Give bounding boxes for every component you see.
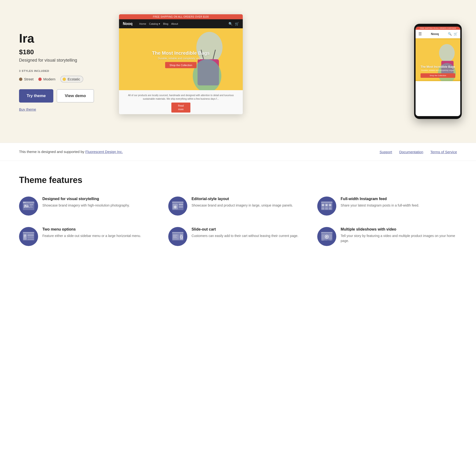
style-name-street: Street	[24, 77, 33, 81]
svg-point-63	[331, 240, 331, 241]
svg-rect-26	[321, 202, 332, 203]
support-description-text: This theme is designed and supported by	[19, 150, 86, 154]
hero-right: FREE SHIPPING ON ALL ORDERS OVER $100 No…	[119, 14, 457, 129]
support-text: This theme is designed and supported by …	[19, 150, 123, 154]
svg-rect-42	[27, 234, 34, 236]
svg-rect-33	[322, 207, 324, 210]
view-demo-button[interactable]: View demo	[57, 89, 94, 102]
feature-instagram: Full-width Instagram feed Share your lat…	[317, 197, 457, 216]
feature-icon-editorial	[168, 197, 187, 216]
svg-rect-43	[27, 237, 34, 238]
style-options: Street Modern Ecstatic	[19, 76, 109, 83]
style-modern[interactable]: Modern	[38, 77, 56, 81]
search-icon: 🔍	[228, 22, 233, 26]
documentation-link[interactable]: Documentation	[399, 150, 423, 154]
mobile-nav-icons: 🔍 🛒	[448, 32, 457, 36]
theme-price: $180	[19, 48, 109, 56]
preview-hero-sub: Durable, reliable and completely vegan.	[152, 57, 210, 60]
preview-read-more: Read more	[171, 102, 190, 113]
svg-rect-59	[322, 240, 324, 240]
svg-rect-17	[30, 206, 32, 206]
feature-title-cart: Slide-out cart	[192, 227, 298, 232]
feature-icon-cart	[168, 227, 187, 246]
support-bar: This theme is designed and supported by …	[0, 143, 476, 161]
svg-rect-46	[172, 232, 183, 234]
buy-theme-link[interactable]: Buy theme	[19, 107, 36, 111]
svg-rect-41	[24, 237, 26, 237]
style-dot-modern	[38, 78, 42, 81]
brand-link[interactable]: Fluorescent Design Inc.	[86, 150, 123, 154]
style-dot-ecstatic	[63, 78, 66, 81]
support-links: Support Documentation Terms of Service	[380, 150, 457, 154]
svg-rect-24	[179, 206, 183, 208]
preview-below-hero: All of our products are locally sourced,…	[119, 90, 243, 114]
mobile-inner: FREE SHIPPING ON ALL ORDERS OVER $100 ☰ …	[416, 27, 460, 116]
svg-rect-39	[24, 235, 26, 235]
preview-hero-btn: Shop the Collection	[165, 62, 196, 68]
svg-point-15	[25, 205, 26, 206]
svg-point-7	[439, 44, 455, 62]
mobile-hero-title: The Most Incredible Bags	[420, 65, 455, 69]
svg-rect-52	[173, 236, 176, 236]
feature-text-cart: Slide-out cart Customers can easily add …	[192, 227, 298, 238]
feature-icon-menu	[19, 227, 38, 246]
mobile-top-bar: FREE SHIPPING ON ALL ORDERS OVER $100	[416, 27, 460, 30]
slideshow-video-icon	[321, 232, 333, 241]
theme-tagline: Designed for visual storytelling	[19, 58, 109, 63]
feature-title-menu: Two menu options	[42, 227, 141, 232]
mobile-logo: Nooq	[431, 32, 439, 36]
mobile-hero: The Most Incredible Bags Durable, reliab…	[416, 38, 460, 81]
svg-point-13	[25, 202, 26, 203]
preview-hero-content: The Most Incredible Bags Durable, reliab…	[152, 50, 210, 68]
preview-nav-links: Home Catalog ▾ Blog About	[139, 22, 178, 26]
svg-rect-55	[321, 232, 332, 234]
feature-desc-slideshow: Tell your story by featuring a video and…	[341, 234, 457, 243]
feature-desc-cart: Customers can easily add to their cart w…	[192, 234, 298, 238]
feature-desc-menu: Feature either a slide-out sidebar menu …	[42, 234, 141, 238]
try-theme-button[interactable]: Try theme	[19, 89, 53, 102]
style-name-modern: Modern	[43, 77, 56, 81]
preview-nav-about: About	[171, 22, 178, 26]
feature-menu: Two menu options Feature either a slide-…	[19, 227, 159, 246]
mobile-hero-sub: Durable, reliable and completely vegan.	[420, 69, 455, 71]
browser-image-icon	[22, 201, 35, 211]
feature-desc-instagram: Share your latest Instagram posts in a f…	[341, 203, 419, 208]
desktop-preview: FREE SHIPPING ON ALL ORDERS OVER $100 No…	[119, 14, 243, 114]
feature-text-visual: Designed for visual storytelling Showcas…	[42, 197, 130, 208]
feature-icon-instagram	[317, 197, 336, 216]
mobile-hero-btn: Shop the Collection	[420, 73, 455, 78]
feature-text-slideshow: Multiple slideshows with video Tell your…	[341, 227, 457, 243]
svg-rect-51	[173, 235, 177, 235]
terms-link[interactable]: Terms of Service	[430, 150, 457, 154]
svg-rect-35	[329, 207, 331, 210]
style-ecstatic[interactable]: Ecstatic	[60, 76, 84, 83]
feature-visual-storytelling: Designed for visual storytelling Showcas…	[19, 197, 159, 216]
feature-title-editorial: Editorial-style layout	[192, 197, 293, 202]
hero-buttons: Try theme View demo	[19, 89, 109, 102]
styles-label: 3 STYLES INCLUDED	[19, 70, 109, 72]
preview-below-text: All of our products are locally sourced,…	[128, 94, 234, 100]
hero-section: Ira $180 Designed for visual storytellin…	[0, 0, 476, 143]
svg-rect-61	[326, 240, 327, 240]
features-section: Theme features Designed for v	[0, 161, 476, 265]
features-grid: Designed for visual storytelling Showcas…	[19, 197, 457, 246]
preview-top-bar: FREE SHIPPING ON ALL ORDERS OVER $100	[119, 14, 243, 19]
svg-rect-40	[24, 236, 26, 236]
preview-nav-icons: 🔍 🛒	[228, 22, 239, 26]
preview-logo: Nooq	[123, 22, 133, 26]
svg-rect-34	[325, 207, 328, 210]
style-street[interactable]: Street	[19, 77, 33, 81]
theme-title: Ira	[19, 31, 109, 45]
mobile-hero-text-wrap: The Most Incredible Bags Durable, reliab…	[420, 65, 455, 78]
svg-point-32	[329, 204, 331, 206]
feature-text-editorial: Editorial-style layout Showcase brand an…	[192, 197, 293, 208]
feature-slideshow: Multiple slideshows with video Tell your…	[317, 227, 457, 246]
preview-nav-home: Home	[139, 22, 146, 26]
feature-editorial: Editorial-style layout Showcase brand an…	[168, 197, 308, 216]
features-title: Theme features	[19, 175, 457, 185]
mobile-preview: FREE SHIPPING ON ALL ORDERS OVER $100 ☰ …	[414, 24, 462, 119]
feature-title-slideshow: Multiple slideshows with video	[341, 227, 457, 232]
sidebar-menu-icon	[22, 232, 35, 241]
support-link[interactable]: Support	[380, 150, 392, 154]
svg-rect-60	[324, 240, 325, 240]
